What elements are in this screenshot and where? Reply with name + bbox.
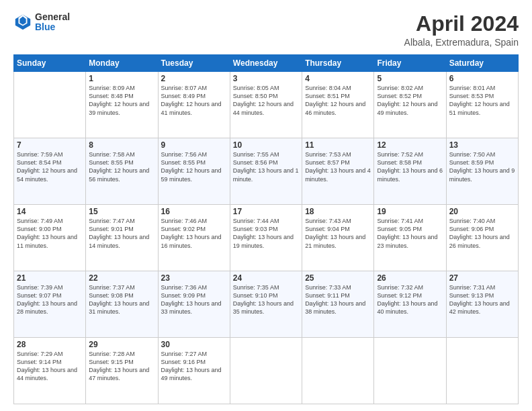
calendar-cell [230, 338, 302, 404]
weekday-header-tuesday: Tuesday [158, 55, 230, 72]
day-number: 25 [305, 273, 371, 283]
logo-text-blue: Blue [35, 22, 70, 32]
calendar-cell: 15Sunrise: 7:47 AMSunset: 9:01 PMDayligh… [86, 205, 158, 271]
calendar-cell: 20Sunrise: 7:40 AMSunset: 9:06 PMDayligh… [446, 205, 518, 271]
day-info: Sunrise: 7:56 AMSunset: 8:55 PMDaylight:… [161, 151, 222, 182]
day-info: Sunrise: 7:43 AMSunset: 9:04 PMDaylight:… [305, 218, 365, 248]
day-info: Sunrise: 7:29 AMSunset: 9:14 PMDaylight:… [17, 351, 77, 381]
day-number: 30 [161, 340, 227, 349]
calendar-cell: 22Sunrise: 7:37 AMSunset: 9:08 PMDayligh… [86, 271, 158, 338]
day-info: Sunrise: 7:52 AMSunset: 8:58 PMDaylight:… [377, 151, 443, 182]
title-block: April 2024 Albala, Extremadura, Spain [404, 12, 519, 48]
day-info: Sunrise: 7:39 AMSunset: 9:07 PMDaylight:… [17, 284, 77, 315]
day-info: Sunrise: 8:07 AMSunset: 8:49 PMDaylight:… [161, 85, 222, 116]
calendar-table: SundayMondayTuesdayWednesdayThursdayFrid… [13, 54, 519, 404]
calendar-cell [446, 338, 518, 404]
day-number: 22 [89, 273, 154, 283]
calendar-cell: 4Sunrise: 8:04 AMSunset: 8:51 PMDaylight… [302, 72, 374, 138]
calendar-cell: 28Sunrise: 7:29 AMSunset: 9:14 PMDayligh… [14, 338, 86, 404]
day-number: 23 [161, 273, 227, 283]
page-title: April 2024 [404, 12, 519, 36]
calendar-cell: 18Sunrise: 7:43 AMSunset: 9:04 PMDayligh… [302, 205, 374, 271]
day-number: 1 [89, 74, 154, 83]
day-info: Sunrise: 7:55 AMSunset: 8:56 PMDaylight:… [233, 151, 299, 182]
day-info: Sunrise: 7:28 AMSunset: 9:15 PMDaylight:… [89, 351, 149, 381]
day-info: Sunrise: 8:01 AMSunset: 8:53 PMDaylight:… [449, 85, 510, 116]
weekday-header-thursday: Thursday [302, 55, 374, 72]
logo-text-general: General [35, 12, 70, 22]
day-number: 14 [17, 207, 83, 216]
day-number: 24 [233, 273, 299, 283]
calendar-cell: 19Sunrise: 7:41 AMSunset: 9:05 PMDayligh… [374, 205, 446, 271]
week-row-4: 21Sunrise: 7:39 AMSunset: 9:07 PMDayligh… [14, 271, 519, 338]
weekday-header-wednesday: Wednesday [230, 55, 302, 72]
calendar-cell: 2Sunrise: 8:07 AMSunset: 8:49 PMDaylight… [158, 72, 230, 138]
week-row-1: 1Sunrise: 8:09 AMSunset: 8:48 PMDaylight… [14, 72, 519, 138]
week-row-3: 14Sunrise: 7:49 AMSunset: 9:00 PMDayligh… [14, 205, 519, 271]
calendar-cell: 21Sunrise: 7:39 AMSunset: 9:07 PMDayligh… [14, 271, 86, 338]
calendar-cell: 12Sunrise: 7:52 AMSunset: 8:58 PMDayligh… [374, 138, 446, 205]
day-info: Sunrise: 7:36 AMSunset: 9:09 PMDaylight:… [161, 284, 222, 315]
calendar-cell: 11Sunrise: 7:53 AMSunset: 8:57 PMDayligh… [302, 138, 374, 205]
day-info: Sunrise: 7:35 AMSunset: 9:10 PMDaylight:… [233, 284, 294, 315]
day-info: Sunrise: 7:41 AMSunset: 9:05 PMDaylight:… [377, 218, 437, 248]
calendar-cell: 24Sunrise: 7:35 AMSunset: 9:10 PMDayligh… [230, 271, 302, 338]
day-info: Sunrise: 7:58 AMSunset: 8:55 PMDaylight:… [89, 151, 149, 182]
day-number: 4 [305, 74, 371, 83]
day-number: 29 [89, 340, 154, 349]
day-number: 19 [377, 207, 443, 216]
calendar-cell: 5Sunrise: 8:02 AMSunset: 8:52 PMDaylight… [374, 72, 446, 138]
calendar-cell: 16Sunrise: 7:46 AMSunset: 9:02 PMDayligh… [158, 205, 230, 271]
logo: General Blue [13, 12, 70, 33]
day-number: 17 [233, 207, 299, 216]
calendar-cell: 27Sunrise: 7:31 AMSunset: 9:13 PMDayligh… [446, 271, 518, 338]
header: General Blue April 2024 Albala, Extremad… [13, 12, 519, 48]
day-info: Sunrise: 8:09 AMSunset: 8:48 PMDaylight:… [89, 85, 149, 116]
calendar-cell [374, 338, 446, 404]
day-info: Sunrise: 7:33 AMSunset: 9:11 PMDaylight:… [305, 284, 365, 315]
day-number: 13 [449, 140, 515, 150]
day-number: 28 [17, 340, 83, 349]
day-number: 21 [17, 273, 83, 283]
logo-icon [13, 13, 32, 32]
week-row-5: 28Sunrise: 7:29 AMSunset: 9:14 PMDayligh… [14, 338, 519, 404]
day-info: Sunrise: 7:37 AMSunset: 9:08 PMDaylight:… [89, 284, 149, 315]
calendar-cell: 23Sunrise: 7:36 AMSunset: 9:09 PMDayligh… [158, 271, 230, 338]
weekday-header-friday: Friday [374, 55, 446, 72]
day-number: 20 [449, 207, 515, 216]
day-number: 3 [233, 74, 299, 83]
page: General Blue April 2024 Albala, Extremad… [0, 0, 532, 411]
day-info: Sunrise: 7:47 AMSunset: 9:01 PMDaylight:… [89, 218, 149, 248]
day-info: Sunrise: 8:04 AMSunset: 8:51 PMDaylight:… [305, 85, 365, 116]
calendar-cell: 14Sunrise: 7:49 AMSunset: 9:00 PMDayligh… [14, 205, 86, 271]
day-number: 7 [17, 140, 83, 150]
week-row-2: 7Sunrise: 7:59 AMSunset: 8:54 PMDaylight… [14, 138, 519, 205]
day-number: 6 [449, 74, 515, 83]
weekday-header-row: SundayMondayTuesdayWednesdayThursdayFrid… [14, 55, 519, 72]
calendar-cell: 1Sunrise: 8:09 AMSunset: 8:48 PMDaylight… [86, 72, 158, 138]
day-info: Sunrise: 7:32 AMSunset: 9:12 PMDaylight:… [377, 284, 437, 315]
day-info: Sunrise: 7:50 AMSunset: 8:59 PMDaylight:… [449, 151, 515, 182]
day-number: 18 [305, 207, 371, 216]
day-info: Sunrise: 7:49 AMSunset: 9:00 PMDaylight:… [17, 218, 77, 248]
day-info: Sunrise: 7:40 AMSunset: 9:06 PMDaylight:… [449, 218, 510, 248]
day-number: 11 [305, 140, 371, 150]
calendar-cell: 26Sunrise: 7:32 AMSunset: 9:12 PMDayligh… [374, 271, 446, 338]
calendar-cell: 29Sunrise: 7:28 AMSunset: 9:15 PMDayligh… [86, 338, 158, 404]
day-info: Sunrise: 7:31 AMSunset: 9:13 PMDaylight:… [449, 284, 510, 315]
day-number: 26 [377, 273, 443, 283]
weekday-header-sunday: Sunday [14, 55, 86, 72]
day-info: Sunrise: 7:44 AMSunset: 9:03 PMDaylight:… [233, 218, 294, 248]
day-info: Sunrise: 8:05 AMSunset: 8:50 PMDaylight:… [233, 85, 294, 116]
day-info: Sunrise: 7:27 AMSunset: 9:16 PMDaylight:… [161, 351, 222, 381]
calendar-cell: 30Sunrise: 7:27 AMSunset: 9:16 PMDayligh… [158, 338, 230, 404]
day-number: 15 [89, 207, 154, 216]
calendar-cell: 3Sunrise: 8:05 AMSunset: 8:50 PMDaylight… [230, 72, 302, 138]
day-number: 8 [89, 140, 154, 150]
day-number: 10 [233, 140, 299, 150]
calendar-cell: 17Sunrise: 7:44 AMSunset: 9:03 PMDayligh… [230, 205, 302, 271]
weekday-header-monday: Monday [86, 55, 158, 72]
day-number: 5 [377, 74, 443, 83]
day-number: 16 [161, 207, 227, 216]
day-info: Sunrise: 7:46 AMSunset: 9:02 PMDaylight:… [161, 218, 222, 248]
